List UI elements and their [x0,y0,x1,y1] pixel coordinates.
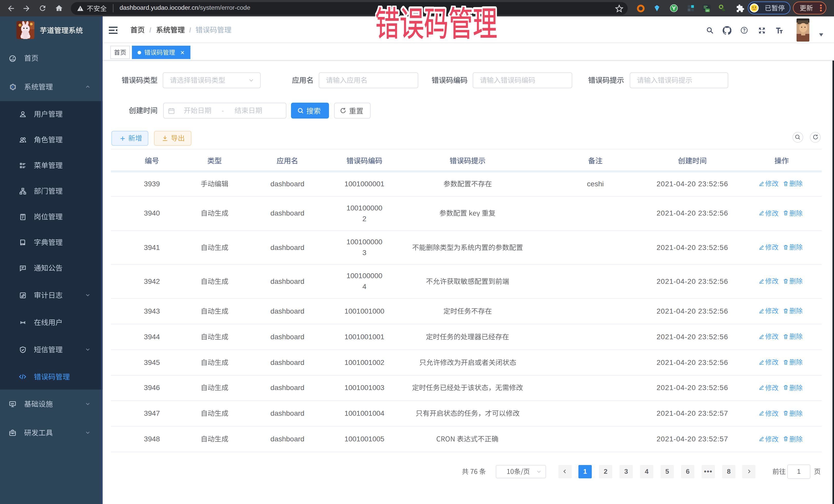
svg-text:on: on [706,9,709,12]
